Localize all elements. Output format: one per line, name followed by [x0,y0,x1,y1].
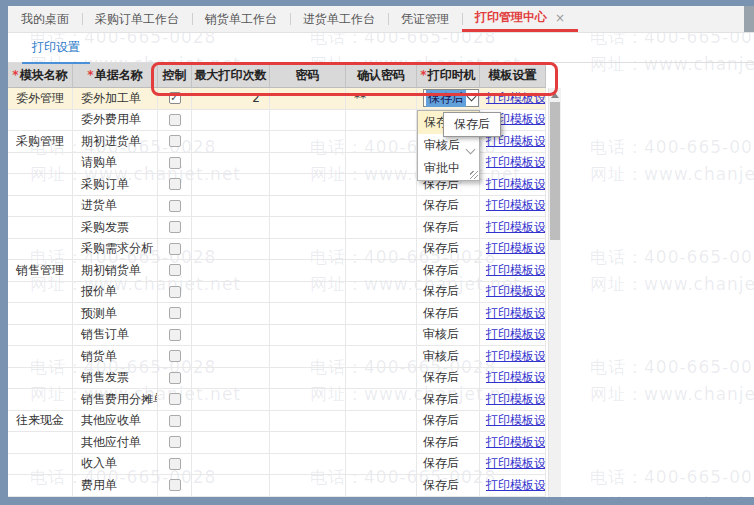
password-cell[interactable] [270,432,346,454]
control-checkbox-cell[interactable] [158,174,192,196]
checkbox-unchecked-icon[interactable] [169,157,181,169]
print-timing-cell[interactable]: 保存后 [417,454,480,476]
print-timing-cell[interactable]: 保存后 [417,475,480,497]
max-print-count-cell[interactable] [192,239,270,261]
control-checkbox-cell[interactable] [158,282,192,304]
print-template-settings-link[interactable]: 打印模板设置 [486,283,546,300]
checkbox-unchecked-icon[interactable] [169,329,181,341]
checkbox-unchecked-icon[interactable] [169,307,181,319]
tab-item[interactable]: 进货单工作台 [290,6,388,32]
confirm-password-cell[interactable] [346,389,417,411]
tab-item[interactable]: 打印管理中心× [462,6,578,32]
checkbox-unchecked-icon[interactable] [169,135,181,147]
checkbox-unchecked-icon[interactable] [169,178,181,190]
password-cell[interactable] [270,153,346,175]
confirm-password-cell[interactable] [346,475,417,497]
checkbox-unchecked-icon[interactable] [169,264,181,276]
checkbox-unchecked-icon[interactable] [169,243,181,255]
print-template-settings-link[interactable]: 打印模板设置 [486,434,546,451]
max-print-count-cell[interactable] [192,131,270,153]
print-template-settings-link[interactable]: 打印模板设置 [486,477,546,494]
checkbox-unchecked-icon[interactable] [169,286,181,298]
confirm-password-cell[interactable] [346,368,417,390]
print-timing-cell[interactable]: 保存后 [417,282,480,304]
max-print-count-cell[interactable] [192,196,270,218]
checkbox-unchecked-icon[interactable] [169,393,181,405]
checkbox-unchecked-icon[interactable] [169,114,181,126]
password-cell[interactable] [270,325,346,347]
checkbox-unchecked-icon[interactable] [169,479,181,491]
control-checkbox-cell[interactable] [158,260,192,282]
checkbox-checked-icon[interactable] [169,92,181,104]
confirm-password-cell[interactable] [346,110,417,132]
password-cell[interactable] [270,454,346,476]
print-timing-cell[interactable]: 保存后 [417,432,480,454]
max-print-count-cell[interactable] [192,110,270,132]
tab-print-settings[interactable]: 打印设置 [22,39,90,64]
control-checkbox-cell[interactable] [158,475,192,497]
control-checkbox-cell[interactable] [158,389,192,411]
scrollbar-up-arrow-icon[interactable] [551,93,559,98]
password-cell[interactable] [270,131,346,153]
control-checkbox-cell[interactable] [158,432,192,454]
max-print-count-cell[interactable] [192,432,270,454]
max-print-count-cell[interactable] [192,260,270,282]
checkbox-unchecked-icon[interactable] [169,350,181,362]
password-cell[interactable] [270,389,346,411]
password-cell[interactable] [270,260,346,282]
password-cell[interactable] [270,346,346,368]
password-cell[interactable] [270,282,346,304]
confirm-password-cell[interactable] [346,174,417,196]
confirm-password-cell[interactable] [346,303,417,325]
chevron-down-icon[interactable] [467,92,477,102]
dropdown-resize-grip-icon[interactable] [470,171,478,179]
checkbox-unchecked-icon[interactable] [169,436,181,448]
tab-item[interactable]: 我的桌面 [8,6,82,32]
control-checkbox-cell[interactable] [158,217,192,239]
confirm-password-cell[interactable]: ** [346,88,417,110]
print-timing-cell[interactable]: 保存后 [417,389,480,411]
max-print-count-cell[interactable] [192,411,270,433]
confirm-password-cell[interactable] [346,411,417,433]
max-print-count-cell[interactable] [192,368,270,390]
password-cell[interactable] [270,174,346,196]
print-timing-cell[interactable]: 保存后 [417,239,480,261]
checkbox-unchecked-icon[interactable] [169,221,181,233]
print-template-settings-link[interactable]: 打印模板设置 [486,262,546,279]
confirm-password-cell[interactable] [346,131,417,153]
control-checkbox-cell[interactable] [158,368,192,390]
password-cell[interactable] [270,303,346,325]
print-timing-cell[interactable]: 保存后 [417,217,480,239]
control-checkbox-cell[interactable] [158,131,192,153]
tab-item[interactable]: 销货单工作台 [192,6,290,32]
confirm-password-cell[interactable] [346,260,417,282]
print-template-settings-link[interactable]: 打印模板设置 [486,197,546,214]
print-timing-cell[interactable]: 保存后 [417,88,480,110]
print-template-settings-link[interactable]: 打印模板设置 [486,326,546,343]
print-timing-cell[interactable]: 审核后 [417,325,480,347]
confirm-password-cell[interactable] [346,239,417,261]
confirm-password-cell[interactable] [346,196,417,218]
print-timing-cell[interactable]: 保存后 [417,368,480,390]
print-timing-cell[interactable]: 保存后 [417,196,480,218]
confirm-password-cell[interactable] [346,325,417,347]
print-template-settings-link[interactable]: 打印模板设置 [486,219,546,236]
max-print-count-cell[interactable] [192,475,270,497]
max-print-count-cell[interactable] [192,325,270,347]
print-template-settings-link[interactable]: 打印模板设置 [486,240,546,257]
control-checkbox-cell[interactable] [158,303,192,325]
max-print-count-cell[interactable]: 2 [192,88,270,110]
print-template-settings-link[interactable]: 打印模板设置 [486,455,546,472]
checkbox-unchecked-icon[interactable] [169,415,181,427]
print-template-settings-link[interactable]: 打印模板设置 [486,412,546,429]
password-cell[interactable] [270,411,346,433]
print-template-settings-link[interactable]: 打印模板设置 [486,305,546,322]
control-checkbox-cell[interactable] [158,239,192,261]
tab-close-icon[interactable]: × [555,11,565,25]
scrollbar-thumb[interactable] [550,102,560,240]
control-checkbox-cell[interactable] [158,411,192,433]
print-timing-cell[interactable]: 保存后 [417,303,480,325]
table-vertical-scrollbar[interactable] [548,88,561,497]
print-template-settings-link[interactable]: 打印模板设置 [486,176,546,193]
print-timing-combobox[interactable]: 保存后 [423,89,479,107]
